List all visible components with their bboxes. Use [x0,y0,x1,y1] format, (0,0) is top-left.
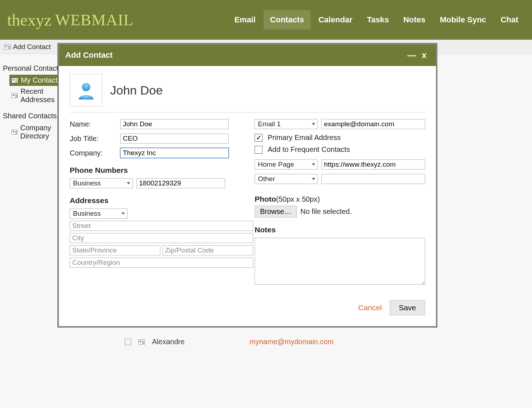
dialog-title: Add Contact [65,51,113,54]
nav-tasks[interactable]: Tasks [360,10,395,30]
nav-notes[interactable]: Notes [397,10,432,30]
nav-calendar[interactable]: Calendar [312,10,359,30]
main-nav: Email Contacts Calendar Tasks Notes Mobi… [228,10,525,30]
add-contact-button[interactable]: Add Contact [4,43,51,51]
add-contact-label: Add Contact [13,43,51,51]
dialog-titlebar[interactable]: Add Contact — x [59,44,436,54]
brand-webmail: WEBMAIL [55,11,134,29]
app-header: thexyz WEBMAIL Email Contacts Calendar T… [0,0,532,40]
brand-thexyz: thexyz [7,10,52,30]
nav-mobile-sync[interactable]: Mobile Sync [433,10,493,30]
nav-contacts[interactable]: Contacts [264,10,311,30]
nav-email[interactable]: Email [228,10,262,30]
add-contact-dialog: Add Contact — x John Doe [58,43,437,54]
contact-card-icon [4,44,11,49]
nav-chat[interactable]: Chat [494,10,525,30]
minimize-icon[interactable]: — [405,50,419,54]
close-icon[interactable]: x [419,50,429,54]
